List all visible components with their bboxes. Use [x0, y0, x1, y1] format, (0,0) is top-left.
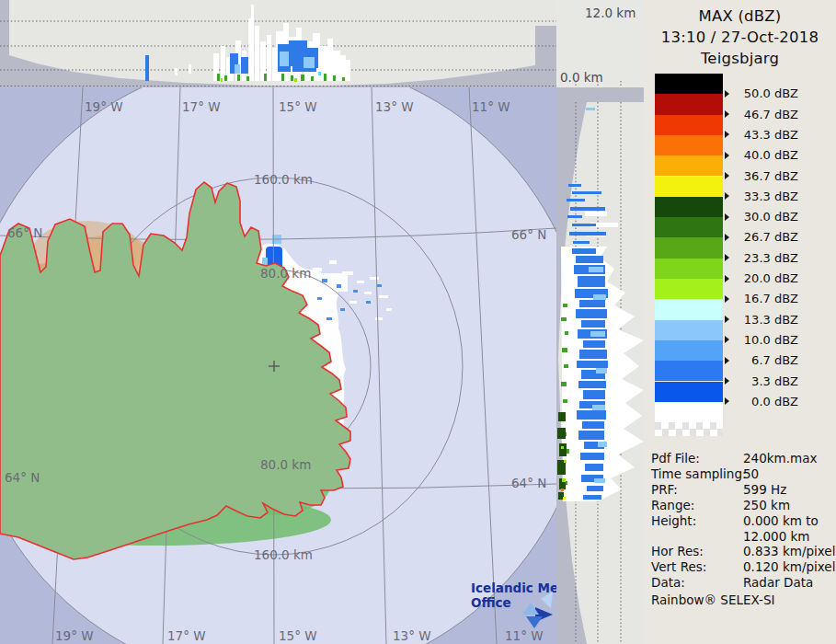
- scale-band: [655, 197, 723, 217]
- scale-boundary-label: 50.0 dBZ: [725, 86, 830, 101]
- metadata-value: 0.833 km/pixel: [743, 544, 835, 559]
- scale-band: [655, 135, 723, 155]
- scale-boundary-label: 3.3 dBZ: [725, 374, 830, 389]
- scale-band: [655, 155, 723, 176]
- scale-boundary-label: 20.0 dBZ: [725, 271, 830, 286]
- scale-arrow-icon: [725, 397, 729, 405]
- lon-label-top: 17° W: [182, 99, 221, 114]
- scale-boundary-label: 26.7 dBZ: [725, 230, 830, 245]
- metadata-row: Pdf File:240km.max: [651, 451, 833, 466]
- height-axis-label-box: 12.0 km 0.0 km: [556, 0, 644, 87]
- scale-arrow-icon: [725, 172, 729, 179]
- metadata-value: 250 km: [743, 498, 790, 513]
- lat-label-left: 66° N: [7, 225, 42, 240]
- metadata-label: PRF:: [651, 482, 743, 498]
- scale-boundary-label: 43.3 dBZ: [725, 128, 830, 143]
- radar-application-window: 12.0 km 0.0 km: [0, 0, 836, 644]
- scale-boundary-label: 40.0 dBZ: [725, 148, 830, 163]
- metadata-list: Pdf File:240km.maxTime sampling:50PRF:59…: [651, 451, 833, 591]
- scale-band: [655, 259, 723, 279]
- metadata-label: Hor Res:: [651, 544, 743, 559]
- scale-arrow-icon: [725, 295, 729, 303]
- scale-arrow-icon: [725, 192, 729, 200]
- metadata-row: Time sampling:50: [651, 466, 833, 482]
- range-ring-label: 160.0 km: [254, 172, 313, 187]
- scale-boundary-label: 23.3 dBZ: [725, 251, 830, 266]
- scale-band: [655, 217, 723, 237]
- metadata-row: 12.000 km: [651, 529, 833, 545]
- lon-label-top: 19° W: [85, 99, 123, 114]
- lon-label-top: 15° W: [279, 99, 317, 114]
- metadata-value: 599 Hz: [743, 482, 786, 498]
- metadata-label: Height:: [651, 513, 743, 529]
- scale-boundary-label: 30.0 dBZ: [725, 210, 830, 224]
- metadata-value: 0.000 km to: [743, 513, 819, 529]
- metadata-value: 0.120 km/pixel: [743, 559, 835, 575]
- lon-label-bottom: 13° W: [393, 628, 431, 643]
- scale-band-below-zero: [655, 402, 723, 422]
- product-datetime: 13:10 / 27-Oct-2018: [644, 29, 836, 46]
- top-profile-panel: [0, 0, 556, 87]
- scale-arrow-icon: [725, 152, 729, 159]
- imo-logo-text-line2: Office: [471, 595, 511, 610]
- lat-label-right: 64° N: [511, 476, 546, 490]
- scale-band: [655, 237, 723, 258]
- scale-boundary-label: 6.7 dBZ: [725, 353, 830, 368]
- right-panel-out-of-range-band: [556, 87, 644, 102]
- right-profile-panel: [556, 87, 644, 644]
- scale-band: [655, 74, 723, 94]
- scale-boundary-label: 0.0 dBZ: [725, 395, 830, 409]
- metadata-label: Time sampling:: [651, 466, 743, 482]
- software-brand: Rainbow® SELEX-SI: [651, 592, 774, 607]
- lat-label-left: 64° N: [5, 470, 40, 485]
- scale-arrow-icon: [725, 357, 729, 364]
- metadata-label: Data:: [651, 575, 743, 591]
- scale-boundary-label: 36.7 dBZ: [725, 169, 830, 184]
- metadata-label: [651, 529, 743, 545]
- metadata-row: Hor Res:0.833 km/pixel: [651, 544, 833, 559]
- lon-label-bottom: 15° W: [279, 628, 317, 643]
- scale-band: [655, 279, 723, 299]
- height-axis-ticks: [556, 0, 644, 87]
- scale-boundary-label: 13.3 dBZ: [725, 313, 830, 328]
- product-title: MAX (dBZ): [644, 7, 836, 25]
- metadata-row: Vert Res:0.120 km/pixel: [651, 559, 833, 575]
- metadata-value: Radar Data: [743, 575, 813, 591]
- metadata-value: 12.000 km: [743, 529, 810, 545]
- metadata-value: 240km.max: [743, 451, 817, 466]
- scale-band: [655, 115, 723, 135]
- scale-arrow-icon: [725, 131, 729, 138]
- scale-arrow-icon: [725, 275, 729, 282]
- scale-band-transparent: [655, 422, 723, 436]
- lon-label-top: 11° W: [472, 99, 510, 114]
- metadata-row: Data:Radar Data: [651, 575, 833, 591]
- lat-label-right: 66° N: [511, 227, 546, 242]
- metadata-label: Vert Res:: [651, 559, 743, 575]
- metadata-row: PRF:599 Hz: [651, 482, 833, 498]
- radar-map: 19° W17° W15° W13° W11° W19° W17° W15° W…: [0, 87, 556, 644]
- scale-boundary-label: 10.0 dBZ: [725, 333, 830, 348]
- scale-band: [655, 299, 723, 319]
- scale-band: [655, 320, 723, 340]
- metadata-row: Range:250 km: [651, 498, 833, 513]
- lon-label-bottom: 11° W: [505, 628, 544, 643]
- scale-boundary-label: 46.7 dBZ: [725, 108, 830, 122]
- radar-station-name: Teigsbjarg: [644, 50, 836, 67]
- scale-boundary-label: 16.7 dBZ: [725, 292, 830, 306]
- lon-label-bottom: 17° W: [167, 628, 206, 643]
- scale-arrow-icon: [725, 213, 729, 221]
- scale-band: [655, 382, 723, 402]
- imo-logo-text-line1: Icelandic Met: [471, 581, 556, 595]
- range-ring-label: 80.0 km: [260, 266, 311, 281]
- metadata-row: Height:0.000 km to: [651, 513, 833, 529]
- scale-arrow-icon: [725, 110, 729, 118]
- scale-band: [655, 361, 723, 381]
- legend-panel: MAX (dBZ) 13:10 / 27-Oct-2018 Teigsbjarg…: [644, 0, 836, 644]
- scale-arrow-icon: [725, 90, 729, 98]
- range-ring-label: 80.0 km: [260, 457, 311, 472]
- scale-band: [655, 177, 723, 197]
- scale-band: [655, 340, 723, 361]
- top-panel-out-of-range-band: [0, 0, 9, 87]
- lon-label-top: 13° W: [375, 99, 414, 114]
- metadata-value: 50: [743, 466, 759, 482]
